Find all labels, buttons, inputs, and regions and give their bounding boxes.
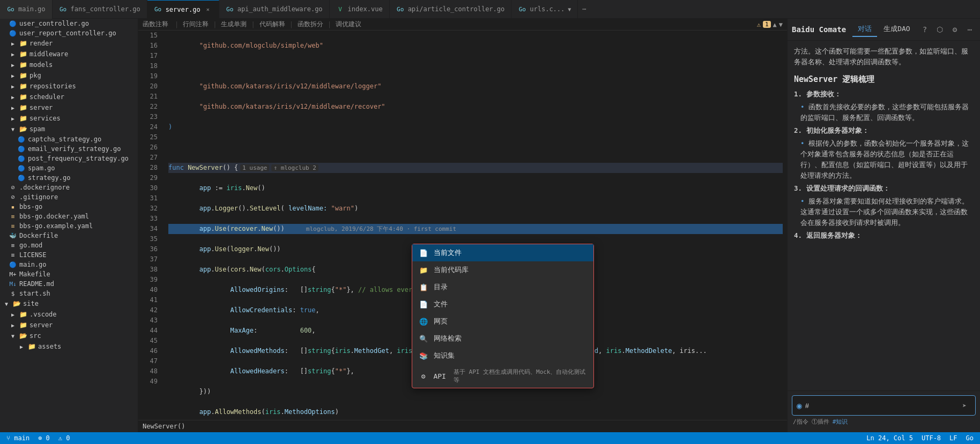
tab-urls[interactable]: Go urls.c... ▼: [511, 0, 578, 19]
sidebar-item-user-report-controller[interactable]: 🔵 user_report_controller.go: [0, 28, 138, 38]
sidebar-item-bbs-go[interactable]: ▪ bbs-go: [0, 202, 138, 212]
tab-server-go[interactable]: Go server.go ✕: [147, 0, 219, 19]
sidebar-item-label: server: [29, 321, 53, 329]
sidebar-item-license[interactable]: ≡ LICENSE: [0, 250, 138, 260]
dropdown-item-web-search[interactable]: 🔍 网络检索: [412, 330, 593, 347]
folder-icon: 📁: [19, 104, 27, 111]
encoding-status[interactable]: UTF-8: [919, 434, 943, 442]
dropdown-item-current-file[interactable]: 📄 当前文件: [412, 244, 593, 261]
sidebar-item-gitignore[interactable]: ⊘ .gitignore: [0, 192, 138, 202]
sidebar-item-pkg[interactable]: ▶ 📁 pkg: [0, 70, 138, 81]
collapse-icon: ▶: [9, 82, 17, 91]
dropdown-item-webpage[interactable]: 🌐 网页: [412, 313, 593, 330]
language-status[interactable]: Go: [964, 434, 976, 442]
sidebar-item-makefile[interactable]: M+ Makefile: [0, 269, 138, 279]
sidebar-item-server[interactable]: ▶ 📁 server: [0, 102, 138, 113]
warnings-status[interactable]: ⚠ 0: [56, 434, 72, 442]
sidebar-item-go-mod[interactable]: ≡ go.mod: [0, 240, 138, 250]
arrow-up-btn[interactable]: ▲: [773, 21, 777, 28]
sidebar-item-site-server[interactable]: ▶ 📁 server: [0, 320, 138, 330]
go-file-icon: 🔵: [17, 136, 26, 143]
dropdown-item-current-repo[interactable]: 📁 当前代码库: [412, 261, 593, 279]
sidebar-item-label: email_verify_strategy.go: [28, 145, 121, 153]
sidebar-item-vscode[interactable]: ▶ 📁 .vscode: [0, 309, 138, 320]
send-button[interactable]: ➤: [958, 399, 971, 412]
sidebar-item-captcha-strategy[interactable]: 🔵 captcha_strategy.go: [0, 134, 138, 144]
knowledge-tag[interactable]: #知识: [833, 418, 848, 426]
more-icon-button[interactable]: ⋯: [964, 24, 976, 35]
dropdown-item-directory[interactable]: 📋 目录: [412, 279, 593, 296]
sidebar-item-middleware[interactable]: ▶ 📁 middleware: [0, 49, 138, 59]
func-bar-item-1[interactable]: 行间注释: [183, 20, 209, 29]
sidebar-item-main-go[interactable]: 🔵 main.go: [0, 260, 138, 269]
warning-badge[interactable]: 1: [763, 21, 771, 28]
command-tag[interactable]: /指令: [793, 418, 808, 426]
arrow-down-btn[interactable]: ▼: [779, 21, 783, 28]
func-bar-item-2[interactable]: 生成单测: [221, 20, 247, 29]
tab-overflow-button[interactable]: ⋯: [578, 5, 590, 13]
sidebar-item-strategy-go[interactable]: 🔵 strategy.go: [0, 173, 138, 183]
dropdown-item-label: 网络检索: [434, 334, 462, 343]
sidebar-item-models[interactable]: ▶ 📁 models: [0, 59, 138, 70]
tab-label: api_auth_middleware.go: [237, 5, 323, 13]
tab-index-vue[interactable]: V index.vue: [330, 0, 390, 19]
sidebar-item-repositories[interactable]: ▶ 📁 repositories: [0, 81, 138, 92]
func-bar-item-3[interactable]: 代码解释: [259, 20, 285, 29]
sidebar-item-src[interactable]: ▼ 📂 src: [0, 330, 138, 341]
tab-main-go[interactable]: Go main.go: [0, 0, 53, 19]
sidebar-item-scheduler[interactable]: ▶ 📁 scheduler: [0, 92, 138, 102]
dropdown-item-file[interactable]: 📄 文件: [412, 296, 593, 313]
tab-close-button[interactable]: ✕: [204, 5, 212, 14]
tab-article-controller[interactable]: Go api/article_controller.go: [390, 0, 512, 19]
section-2: 2. 初始化服务器对象： 根据传入的参数，函数会初始化一个服务器对象，这个对象通…: [794, 125, 974, 181]
tab-label: server.go: [166, 6, 201, 13]
sidebar-item-dockerignore[interactable]: ⊘ .dockerignore: [0, 183, 138, 192]
tab-fans-controller[interactable]: Go fans_controller.go: [53, 0, 147, 19]
sidebar-item-label: render: [29, 40, 53, 47]
sidebar-item-start-sh[interactable]: $ start.sh: [0, 289, 138, 298]
sidebar-item-bbs-go-example-yaml[interactable]: ≡ bbs-go.example.yaml: [0, 221, 138, 231]
sidebar-item-services[interactable]: ▶ 📁 services: [0, 113, 138, 124]
go-file-icon: Go: [59, 5, 68, 13]
sidebar-item-spam[interactable]: ▼ 📂 spam: [0, 124, 138, 134]
func-bar-item-4[interactable]: 函数拆分: [298, 20, 323, 29]
sidebar-item-label: repositories: [29, 82, 76, 90]
plugin-tag[interactable]: ①插件: [812, 418, 829, 426]
sidebar-item-user-controller[interactable]: 🔵 user_controller.go: [0, 19, 138, 28]
tab-label: api/article_controller.go: [408, 5, 505, 13]
docker-file-icon: 🐳: [9, 232, 17, 239]
sidebar-item-render[interactable]: ▶ 📁 render: [0, 38, 138, 49]
sidebar-item-label: spam.go: [28, 164, 55, 172]
sidebar-item-dockerfile[interactable]: 🐳 Dockerfile: [0, 231, 138, 240]
ln-col-status[interactable]: Ln 24, Col 5: [864, 434, 915, 442]
folder-icon: 📁: [19, 61, 27, 69]
collapse-icon: ▶: [9, 103, 17, 112]
func-bar-item-5[interactable]: 调优建议: [336, 20, 361, 29]
section-4: 4. 返回服务器对象：: [794, 230, 974, 241]
collapse-icon: ▶: [9, 310, 17, 319]
help-icon-button[interactable]: ?: [919, 24, 931, 35]
sidebar-item-spam-go[interactable]: 🔵 spam.go: [0, 163, 138, 173]
sidebar-item-assets[interactable]: ▶ 📁 assets: [0, 341, 138, 352]
tab-generate-dao[interactable]: 生成DAO: [878, 22, 915, 37]
section-1-bullet-1: 函数首先接收必要的参数，这些参数可能包括服务器的监听端口、服务配置、回调函数等。: [800, 102, 974, 123]
tab-api-auth[interactable]: Go api_auth_middleware.go: [219, 0, 330, 19]
share-icon-button[interactable]: ⬡: [934, 24, 946, 35]
go-file-icon: 🔵: [9, 29, 17, 37]
tab-dialog[interactable]: 对话: [852, 22, 877, 37]
sidebar-item-email-verify[interactable]: 🔵 email_verify_strategy.go: [0, 144, 138, 154]
sidebar-item-post-frequency[interactable]: 🔵 post_frequency_strategy.go: [0, 154, 138, 163]
chat-input[interactable]: [805, 402, 955, 410]
dropdown-item-api[interactable]: ⚙️ API 基于 API 文档生成调用代码、Mock、自动化测试等: [412, 364, 593, 388]
sidebar-item-bbs-go-docker-yaml[interactable]: ≡ bbs-go.docker.yaml: [0, 212, 138, 221]
knowledge-icon: 📚: [419, 351, 428, 360]
api-icon: ⚙️: [419, 371, 428, 381]
git-branch-status[interactable]: ⑂ main: [4, 434, 32, 442]
line-ending-status[interactable]: LF: [947, 434, 959, 442]
dropdown-item-knowledge[interactable]: 📚 知识集: [412, 347, 593, 364]
settings-icon-button[interactable]: ⚙: [949, 24, 961, 35]
sidebar-item-readme[interactable]: M↓ README.md: [0, 279, 138, 289]
sidebar-item-site[interactable]: ▼ 📂 site: [0, 298, 138, 309]
errors-status[interactable]: ⊗ 0: [36, 434, 52, 442]
folder-icon: 📁: [28, 343, 36, 350]
